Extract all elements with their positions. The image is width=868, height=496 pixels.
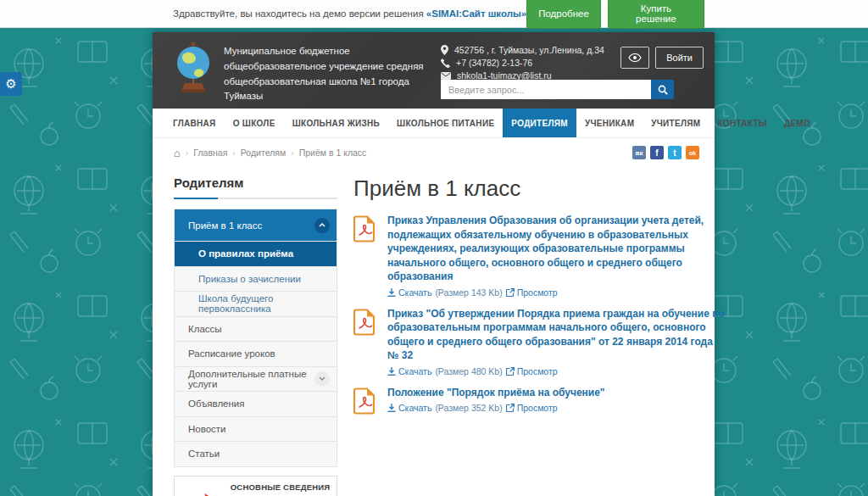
search-icon — [658, 85, 668, 95]
site-column: Муниципальное бюджетное общеобразователь… — [153, 32, 715, 496]
school-address: 452756 , г. Туймазы, ул.Ленина, д.34 — [454, 45, 604, 55]
document-size: (Размер 352 Kb) — [435, 403, 502, 413]
document-size: (Размер 480 Kb) — [435, 366, 502, 376]
document-title[interactable]: Приказ "Об утверждении Порядка приема гр… — [387, 307, 726, 363]
document-item: Приказ Управления Образования об организ… — [353, 214, 726, 298]
pdf-file-icon — [353, 387, 376, 418]
download-icon — [387, 288, 396, 297]
document-title[interactable]: Приказ Управления Образования об организ… — [387, 214, 726, 284]
sidebar-item-obyavleniya[interactable]: Объявления — [175, 392, 337, 417]
download-icon — [387, 367, 396, 376]
nav-item-glavnaya[interactable]: ГЛАВНАЯ — [164, 109, 225, 137]
download-link[interactable]: Скачать — [387, 366, 431, 376]
external-link-icon — [506, 404, 515, 412]
org-info-banner-text: ОСНОВНЫЕ СВЕДЕНИЯ ОБ ОБРАЗОВАТЕЛЬНОЙ ОРГ… — [231, 482, 331, 496]
view-link[interactable]: Просмотр — [506, 366, 558, 376]
sidebar-title-rule — [174, 198, 337, 199]
content-area: ⌂ › Главная › Родителям › Приём в 1 клас… — [153, 138, 715, 496]
gear-icon: ⚙ — [5, 76, 16, 91]
sidebar-title: Родителям — [174, 176, 337, 190]
main-nav: ГЛАВНАЯ О ШКОЛЕ ШКОЛЬНАЯ ЖИЗНЬ ШКОЛЬНОЕ … — [153, 109, 715, 138]
page-title: Приём в 1 класс — [353, 176, 726, 202]
chevron-up-icon[interactable] — [314, 218, 330, 233]
twitter-icon[interactable]: t — [668, 146, 682, 159]
nav-item-o-shkole[interactable]: О ШКОЛЕ — [225, 109, 284, 137]
sidebar-item-raspisanie-urokov[interactable]: Расписание уроков — [175, 342, 337, 367]
main-content: Приём в 1 класс Приказ — [337, 167, 726, 496]
home-icon[interactable]: ⌂ — [174, 148, 181, 159]
odnoklassniki-icon[interactable]: ok — [686, 146, 699, 159]
school-phone: +7 (34782) 2-13-76 — [456, 58, 532, 68]
document-item: Положение "Порядок приёма на обучение" С… — [353, 386, 726, 418]
sidebar-menu: Приём в 1 класс О правилах приёма Приказ… — [174, 209, 337, 467]
pdf-file-icon — [353, 215, 376, 298]
download-link[interactable]: Скачать — [387, 403, 431, 413]
external-link-icon — [506, 288, 515, 297]
accessibility-version-button[interactable] — [620, 47, 649, 69]
sidebar-item-priem-v-1-klass[interactable]: Приём в 1 класс — [175, 209, 337, 242]
document-title[interactable]: Положение "Порядок приёма на обучение" — [387, 386, 726, 400]
nav-item-kontakty[interactable]: КОНТАКТЫ — [709, 109, 775, 137]
download-icon — [387, 404, 396, 412]
nav-item-uchenikam[interactable]: УЧЕНИКАМ — [576, 109, 643, 137]
page: Здравствуйте, вы находитесь на демо верс… — [0, 0, 868, 496]
school-logo-globe[interactable] — [173, 41, 214, 97]
breadcrumb: ⌂ › Главная › Родителям › Приём в 1 клас… — [174, 148, 366, 159]
facebook-icon[interactable]: f — [650, 146, 664, 159]
nav-item-roditelyam[interactable]: РОДИТЕЛЯМ — [503, 109, 576, 137]
school-name: Муниципальное бюджетное общеобразователь… — [224, 44, 436, 104]
external-link-icon — [506, 367, 515, 376]
social-share: вк f t ok — [632, 146, 699, 159]
view-link[interactable]: Просмотр — [506, 287, 558, 298]
search-input[interactable] — [441, 80, 651, 99]
search-bar — [441, 80, 674, 99]
vk-icon[interactable]: вк — [632, 146, 646, 159]
document-size: (Размер 143 Kb) — [435, 287, 502, 298]
demo-greeting-text: Здравствуйте, вы находитесь на демо верс… — [173, 8, 424, 19]
map-pin-icon — [441, 45, 448, 55]
breadcrumb-current: Приём в 1 класс — [299, 148, 367, 158]
more-button[interactable]: Подробнее — [526, 0, 601, 29]
sidebar-item-dop-platnye-uslugi[interactable]: Дополнительные платные услуги — [175, 367, 337, 393]
document-list: Приказ Управления Образования об организ… — [353, 214, 726, 418]
breadcrumb-glavnaya[interactable]: Главная — [193, 148, 227, 158]
sidebar-item-shkola-pervoklassnika[interactable]: Школа будущего первоклассника — [175, 292, 337, 317]
search-button[interactable] — [651, 80, 674, 99]
nav-item-shkolnaya-zhizn[interactable]: ШКОЛЬНАЯ ЖИЗНЬ — [284, 109, 388, 137]
login-button[interactable]: Войти — [655, 47, 704, 69]
red-arrow-icon — [181, 493, 222, 496]
sidebar-item-novosti[interactable]: Новости — [175, 417, 337, 443]
demo-notice-bar: Здравствуйте, вы находитесь на демо верс… — [0, 0, 868, 28]
org-info-banner[interactable]: ОСНОВНЫЕ СВЕДЕНИЯ ОБ ОБРАЗОВАТЕЛЬНОЙ ОРГ… — [174, 476, 337, 496]
chevron-down-icon[interactable] — [314, 371, 330, 387]
header-contacts: 452756 , г. Туймазы, ул.Ленина, д.34 +7 … — [441, 45, 604, 83]
sidebar-item-stati[interactable]: Статьи — [175, 442, 337, 467]
sidebar-item-prikazy-o-zachislenii[interactable]: Приказы о зачислении — [175, 267, 337, 293]
buy-button[interactable]: Купить решение — [608, 0, 704, 29]
phone-icon — [441, 59, 450, 68]
demo-greeting: Здравствуйте, вы находитесь на демо верс… — [173, 8, 526, 19]
pdf-file-icon — [353, 309, 376, 376]
document-item: Приказ "Об утверждении Порядка приема гр… — [353, 307, 726, 376]
site-header: Муниципальное бюджетное общеобразователь… — [153, 32, 715, 109]
sidebar: Родителям Приём в 1 класс О правилах при… — [174, 167, 337, 496]
sidebar-item-klassy[interactable]: Классы — [175, 317, 337, 343]
nav-item-shkolnoe-pitanie[interactable]: ШКОЛЬНОЕ ПИТАНИЕ — [388, 109, 503, 137]
nav-item-uchitelyam[interactable]: УЧИТЕЛЯМ — [643, 109, 709, 137]
view-link[interactable]: Просмотр — [506, 403, 558, 413]
download-link[interactable]: Скачать — [387, 287, 431, 298]
nav-item-demo[interactable]: ДЕМО — [776, 109, 819, 137]
breadcrumb-roditelyam[interactable]: Родителям — [241, 148, 286, 158]
product-link[interactable]: «SIMAI:Сайт школы» — [426, 8, 526, 19]
email-icon — [441, 72, 451, 80]
eye-icon — [628, 53, 642, 62]
sidebar-item-o-pravilah-priema[interactable]: О правилах приёма — [175, 242, 337, 267]
settings-gear-button[interactable]: ⚙ — [0, 72, 22, 96]
